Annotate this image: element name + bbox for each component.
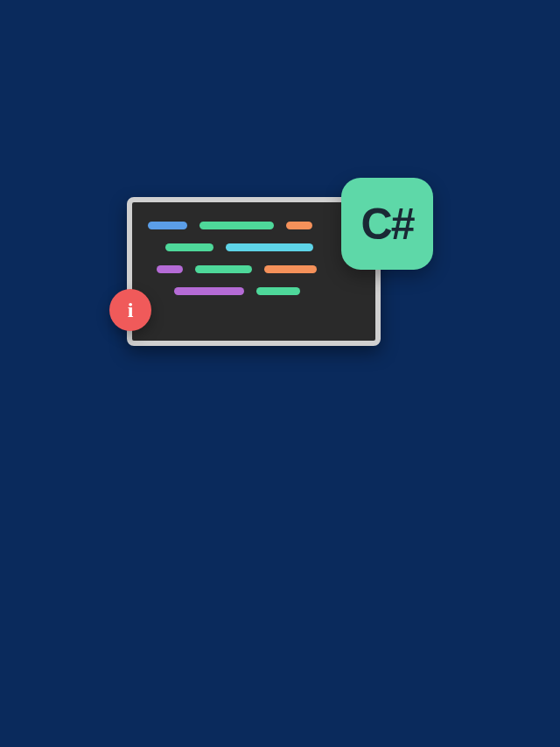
- code-line: [148, 265, 360, 273]
- code-segment: [264, 265, 317, 273]
- code-segment: [165, 243, 214, 251]
- csharp-label: C#: [361, 199, 414, 250]
- code-line: [148, 287, 360, 295]
- csharp-badge-icon: C#: [341, 178, 433, 270]
- code-segment: [286, 222, 312, 229]
- code-segment: [226, 243, 313, 251]
- info-label: i: [128, 299, 134, 322]
- code-segment: [195, 265, 252, 273]
- code-segment: [157, 265, 183, 273]
- code-line: [148, 243, 360, 251]
- code-segment: [256, 287, 300, 295]
- code-segment: [174, 287, 244, 295]
- csharp-illustration: C# i: [127, 188, 433, 363]
- info-badge-icon: i: [109, 289, 151, 331]
- code-line: [148, 222, 360, 229]
- code-segment: [200, 222, 274, 229]
- code-segment: [148, 222, 187, 229]
